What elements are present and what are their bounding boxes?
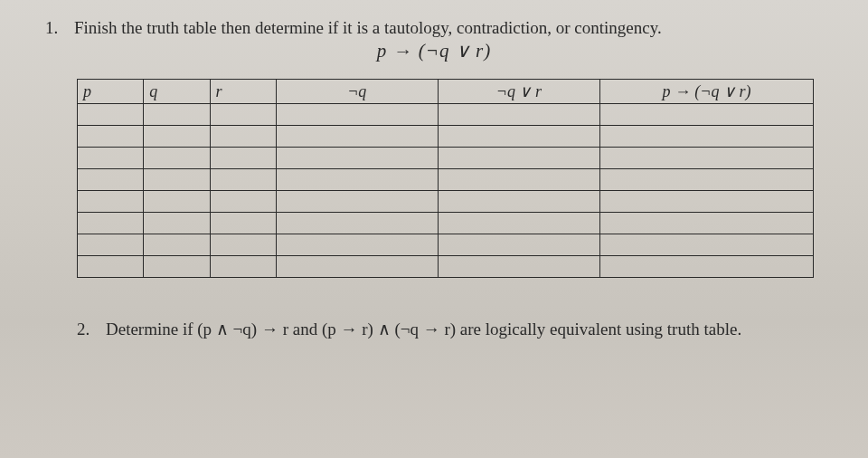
header-notqvr: ¬q ∨ r xyxy=(438,80,599,104)
question-2: 2. Determine if (p ∧ ¬q) → r and (p → r)… xyxy=(45,319,823,339)
table-row xyxy=(78,126,814,148)
question-1-number: 1. xyxy=(45,18,63,38)
header-p: p xyxy=(78,80,144,104)
table-header-row: p q r ¬q ¬q ∨ r p → (¬q ∨ r) xyxy=(78,80,814,104)
header-notq: ¬q xyxy=(276,80,438,104)
truth-table: p q r ¬q ¬q ∨ r p → (¬q ∨ r) xyxy=(77,79,814,278)
question-2-prompt: Determine if (p ∧ ¬q) → r and (p → r) ∧ … xyxy=(106,319,823,339)
header-r: r xyxy=(210,80,276,104)
question-1-line: 1. Finish the truth table then determine… xyxy=(45,18,823,38)
header-impl: p → (¬q ∨ r) xyxy=(599,80,813,104)
table-row xyxy=(78,234,814,256)
truth-table-container: p q r ¬q ¬q ∨ r p → (¬q ∨ r) xyxy=(45,79,823,278)
question-1: 1. Finish the truth table then determine… xyxy=(45,18,823,62)
question-2-line: 2. Determine if (p ∧ ¬q) → r and (p → r)… xyxy=(77,319,823,339)
table-row xyxy=(78,169,814,191)
question-2-number: 2. xyxy=(77,320,95,339)
header-q: q xyxy=(144,80,210,104)
question-1-prompt: Finish the truth table then determine if… xyxy=(74,18,823,38)
table-row xyxy=(78,148,814,169)
table-row xyxy=(78,213,814,234)
question-1-formula: p → (¬q ∨ r) xyxy=(45,40,823,62)
table-row xyxy=(78,256,814,278)
table-row xyxy=(78,104,814,126)
table-row xyxy=(78,191,814,213)
